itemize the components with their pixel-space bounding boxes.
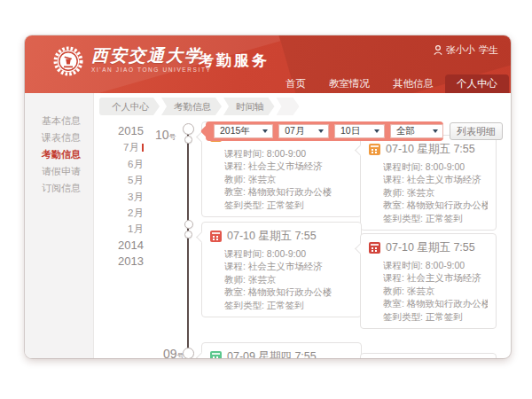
chevron-down-icon bbox=[262, 129, 268, 133]
main-nav: 首页教室情况其他信息个人中心 bbox=[274, 74, 509, 93]
attendance-card-title: 07-10 星期五 7:55 bbox=[386, 142, 475, 157]
filter-select[interactable]: 07月 bbox=[278, 124, 329, 138]
attendance-field: 教室: 格物致知行政办公楼 bbox=[224, 185, 353, 198]
university-gear-logo-icon bbox=[52, 45, 84, 77]
attendance-field: 签到类型: 正常签到 bbox=[224, 199, 353, 211]
attendance-field: 课程: 社会主义市场经济 bbox=[383, 271, 488, 284]
attendance-card-fields: 课程时间: 8:00-9:00课程: 社会主义市场经济教师: 张芸京教室: 格物… bbox=[383, 160, 488, 224]
timeline-month-label[interactable]: 7月 bbox=[87, 139, 144, 155]
filter-select-value: 07月 bbox=[285, 125, 304, 137]
app-header: 西安交通大学 XI'AN JIAO TONG UNIVERSITY 考勤服务 张… bbox=[25, 35, 511, 93]
attendance-card-title: 07-10 星期五 7:55 bbox=[227, 229, 317, 244]
attendance-field: 签到类型: 正常签到 bbox=[383, 310, 488, 323]
timeline-day-label-top: 10号 bbox=[155, 127, 176, 143]
attendance-card[interactable]: 07-10 星期五 7:55课程时间: 8:00-9:00课程: 社会主义市场经… bbox=[360, 135, 497, 231]
attendance-card-fields: 课程时间: 8:00-9:00课程: 社会主义市场经济教师: 张芸京教室: 格物… bbox=[383, 259, 488, 323]
breadcrumb-item[interactable]: 时间轴 bbox=[223, 98, 275, 115]
attendance-card[interactable]: 07-09 星期四 7:55课程时间: 8:00-9:00课程: 社会主义市场经… bbox=[360, 353, 497, 358]
attendance-card-fields: 课程时间: 8:00-9:00课程: 社会主义市场经济教师: 张芸京教室: 格物… bbox=[224, 147, 353, 211]
user-info[interactable]: 张小小 学生 bbox=[434, 43, 498, 57]
breadcrumb-item[interactable]: 个人中心 bbox=[99, 98, 160, 115]
nav-tab[interactable]: 其他信息 bbox=[381, 74, 445, 93]
list-detail-button[interactable]: 列表明细 bbox=[450, 122, 503, 140]
date-filter-bar: 2015年07月10日全部 bbox=[206, 121, 443, 141]
filter-select[interactable]: 2015年 bbox=[214, 124, 273, 138]
attendance-type-badge-icon bbox=[210, 351, 222, 359]
app-window: 西安交通大学 XI'AN JIAO TONG UNIVERSITY 考勤服务 张… bbox=[25, 35, 511, 358]
user-name: 张小小 bbox=[446, 43, 475, 57]
sidebar-item[interactable]: 课表信息 bbox=[25, 129, 93, 146]
attendance-type-badge-icon bbox=[369, 144, 380, 155]
attendance-field: 教室: 格物致知行政办公楼 bbox=[383, 297, 488, 309]
breadcrumb-trailing-arrow bbox=[277, 98, 300, 115]
breadcrumb: 个人中心考勤信息时间轴 bbox=[99, 98, 301, 115]
timeline-node bbox=[183, 123, 194, 135]
timeline-month-label[interactable]: 2月 bbox=[87, 205, 144, 221]
sidebar-item[interactable]: 基本信息 bbox=[25, 113, 93, 129]
filter-select-value: 2015年 bbox=[220, 125, 250, 137]
person-icon bbox=[434, 45, 442, 55]
nav-tab[interactable]: 教室情况 bbox=[317, 74, 381, 93]
service-title: 考勤服务 bbox=[199, 51, 270, 71]
timeline-month-label[interactable]: 5月 bbox=[87, 172, 144, 188]
page-background: 西安交通大学 XI'AN JIAO TONG UNIVERSITY 考勤服务 张… bbox=[0, 0, 532, 399]
breadcrumb-item[interactable]: 考勤信息 bbox=[161, 98, 222, 115]
timeline-month-label[interactable]: 3月 bbox=[87, 189, 144, 205]
current-month-marker bbox=[142, 144, 144, 152]
user-role: 学生 bbox=[479, 43, 498, 57]
timeline-year-list: 20157月6月5月3月2月1月20142013 bbox=[87, 123, 144, 270]
attendance-card-title: 07-10 星期五 7:55 bbox=[386, 240, 475, 255]
day-number: 10 bbox=[155, 128, 169, 142]
attendance-field: 教师: 张芸京 bbox=[224, 173, 353, 185]
attendance-card[interactable]: 07-10 星期五 7:55课程时间: 8:00-9:00课程: 社会主义市场经… bbox=[201, 222, 362, 317]
attendance-field: 教室: 格物致知行政办公楼 bbox=[383, 199, 488, 211]
filter-select[interactable]: 全部 bbox=[390, 124, 443, 138]
attendance-field: 课程时间: 8:00-9:00 bbox=[383, 160, 488, 173]
attendance-card-header: 07-10 星期五 7:55 bbox=[369, 142, 488, 156]
chevron-down-icon bbox=[374, 129, 379, 133]
sidebar: 基本信息课表信息考勤信息请假申请订阅信息 bbox=[25, 93, 94, 358]
timeline-day-label-bottom: 09号 bbox=[163, 346, 184, 358]
timeline-node bbox=[184, 231, 192, 239]
attendance-field: 签到类型: 正常签到 bbox=[224, 299, 353, 311]
timeline-node bbox=[183, 348, 194, 359]
university-name-en: XI'AN JIAO TONG UNIVERSITY bbox=[91, 66, 211, 73]
attendance-card-header: 07-10 星期五 7:55 bbox=[369, 240, 488, 254]
attendance-field: 课程时间: 8:00-9:00 bbox=[224, 247, 353, 260]
day-suffix: 号 bbox=[169, 133, 176, 141]
timeline-node bbox=[184, 136, 192, 144]
attendance-field: 课程时间: 8:00-9:00 bbox=[383, 259, 488, 271]
filter-select-value: 10日 bbox=[340, 125, 360, 137]
timeline-year-label[interactable]: 2014 bbox=[87, 238, 144, 254]
attendance-field: 课程: 社会主义市场经济 bbox=[383, 173, 488, 185]
chevron-down-icon bbox=[318, 129, 324, 133]
attendance-field: 课程时间: 8:00-9:00 bbox=[224, 147, 353, 160]
timeline-month-label[interactable]: 6月 bbox=[87, 156, 144, 172]
attendance-type-badge-icon bbox=[210, 231, 222, 242]
day-number: 09 bbox=[163, 347, 177, 358]
attendance-field: 签到类型: 正常签到 bbox=[383, 212, 488, 224]
attendance-card[interactable]: 07-09 星期四 7:55课程时间: 8:00-9:00课程: 社会主义市场经… bbox=[201, 342, 362, 358]
filter-select-value: 全部 bbox=[396, 125, 415, 137]
filter-select[interactable]: 10日 bbox=[334, 124, 385, 138]
timeline-year-label[interactable]: 2013 bbox=[87, 254, 144, 270]
nav-tab[interactable]: 个人中心 bbox=[445, 74, 509, 93]
chevron-down-icon bbox=[433, 129, 438, 133]
attendance-card[interactable]: 07-10 星期五 7:55课程时间: 8:00-9:00课程: 社会主义市场经… bbox=[360, 233, 497, 329]
timeline-year-label[interactable]: 2015 bbox=[87, 123, 144, 139]
university-title-block: 西安交通大学 XI'AN JIAO TONG UNIVERSITY bbox=[91, 45, 211, 73]
timeline-month-label[interactable]: 1月 bbox=[87, 221, 144, 237]
attendance-card-title: 07-09 星期四 7:55 bbox=[227, 349, 317, 359]
attendance-field: 课程: 社会主义市场经济 bbox=[224, 160, 353, 172]
attendance-field: 教师: 张芸京 bbox=[383, 186, 488, 199]
sidebar-item[interactable]: 考勤信息 bbox=[25, 146, 93, 163]
sidebar-item[interactable]: 请假申请 bbox=[25, 163, 93, 180]
attendance-card-header: 07-10 星期五 7:55 bbox=[210, 229, 353, 243]
nav-tab[interactable]: 首页 bbox=[274, 74, 317, 93]
university-name-cn: 西安交通大学 bbox=[91, 45, 211, 65]
attendance-card-fields: 课程时间: 8:00-9:00课程: 社会主义市场经济教师: 张芸京教室: 格物… bbox=[224, 247, 353, 311]
sidebar-item[interactable]: 订阅信息 bbox=[25, 180, 93, 197]
timeline-axis bbox=[187, 124, 189, 358]
attendance-field: 教室: 格物致知行政办公楼 bbox=[224, 286, 353, 298]
attendance-type-badge-icon bbox=[369, 242, 380, 254]
